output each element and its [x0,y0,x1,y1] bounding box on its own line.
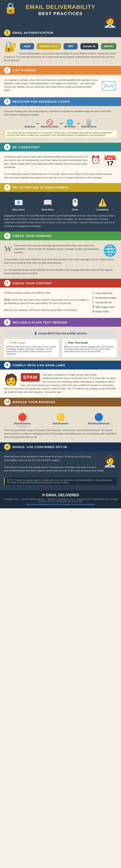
section-8-title-strip: 8 INCLUDE A PLAIN TEXT VERSION [0,318,121,327]
section-10-body: There are essentially 3 types of bounces… [4,429,117,439]
section-number-1: 1 [4,30,10,36]
section-5-body: Engagement metrics are essential when it… [4,214,117,228]
section-title-9: COMPLY WITH CAN-SPAM LAWS [13,364,65,367]
technical-bounces: 🔵 Technical Bounces [80,413,117,427]
section-1-title-strip: 1 EMAIL AUTHENTICATION [0,28,121,37]
section-1-body: Email authentication is just a fancy way… [4,52,117,62]
plain-text-title: 📃 Plain Text Email [64,341,115,344]
section-3: If you are hosting your own email progra… [0,106,121,143]
read-rates-label: Read Rates [42,208,54,211]
section-4-title-strip: 4 BE CONSISTENT [0,143,121,152]
clicks-label: Clicks [72,208,78,211]
footer-copyright: © Copyright 2022 — www.EmailDelivered.co… [2,498,119,502]
section-title-7: CHECK YOUR CONTENT [13,281,52,285]
section-title-5: PAY ATTENTION TO ENGAGEMENT [13,186,69,189]
lock-icon: 🔐 [4,41,17,53]
section-8: ⬇ Include BOTH Plain Text & HTML Version… [0,327,121,361]
engagement-complaints: ⚠️ Complaints [96,198,108,211]
section-number-9: 9 [4,362,10,368]
header-title: EMAIL DELIVERABILITY [2,4,119,10]
footer: ✉ EMAIL DELIVERED © Copyright 2022 — www… [0,490,121,508]
globe-icon: 🌐 [103,244,117,257]
engagement-open-rates: 📧 Open Rates [13,198,25,211]
section-title-10: MANAGE YOUR BOUNCES [13,400,55,404]
hard-bounces-icon: 🔴 [4,413,41,421]
footer-logo-text: EMAIL DELIVERED [46,493,79,497]
spam-badge: SPAM [21,373,40,381]
auth-dkim: DKIM [20,43,34,50]
auth-dmarc: DMARC [101,43,116,50]
section-number-2: 2 [4,67,10,73]
html-email-box: 📄 HTML Email HTML emails allow you to tr… [4,339,59,357]
checklist-widget: ✔ Clear subject line ✔ No deceptive head… [92,291,117,314]
html-email-title: 📄 HTML Email [6,341,57,344]
bonus-title-strip: ★ BONUS: USE CONFIRMED OPT-IN [0,442,121,451]
soft-bounces: 🟡 Soft Bounces [42,413,79,427]
footer-url: http://www.emaildelivered.com/email-deli… [2,503,119,505]
header: 🔒 EMAIL DELIVERABILITY BEST PRACTICES 🧑‍… [0,0,121,28]
section-6-body: There are 5 main reasons messages get bl… [4,244,117,275]
section-title-6: CHECK YOUR DOMAINS [13,234,52,238]
header-figure: 🧑‍💼 [103,15,117,28]
auth-spf: SPF [64,43,78,50]
flow-arrow-2: ➡ [60,121,63,126]
bonus-note: NOTE: Contrary to popular opinion, doubl… [4,477,117,485]
section-9: 🧑 SPAM Can spam compliance is simple, ye… [0,370,121,398]
section-number-4: 4 [4,144,10,150]
section-2-title-strip: 2 LIST HYGIENE [0,66,121,75]
flow-email-sent: 📨 Email Sent [25,119,35,128]
section-7-title-strip: 7 CHECK YOUR CONTENT [0,279,121,287]
hard-bounces-count: 0 Bounces [4,425,41,427]
bonus-body-1: While this may not be practical or make … [4,455,117,462]
section-number-7: 7 [4,280,10,286]
bonus-star: ★ [4,444,10,450]
section-3-note: You should also be monitoring your compl… [4,130,117,137]
section-5: 📧 Open Rates 📖 Read Rates 🖱️ Clicks ⚠️ C… [0,192,121,231]
footer-logo: ✉ EMAIL DELIVERED [2,493,119,497]
plain-text-box: 📃 Plain Text Email While you can't monit… [62,339,117,357]
section-2: ✉️ List hygiene is, perhaps, one of the … [0,75,121,97]
section-7: ✔ Clear subject line ✔ No deceptive head… [0,287,121,318]
section-number-6: 6 [4,233,10,239]
section-9-title-strip: 9 COMPLY WITH CAN-SPAM LAWS [0,361,121,370]
plain-text-body: While you can't monitor engagement, it's… [64,345,115,352]
auth-badges: DKIM DOMAIN KEYS SPF Sender ID DMARC [19,43,117,50]
read-rates-icon: 📖 [42,198,54,207]
clock-icon: ⏰ [91,155,101,164]
bonus-body-2: The Reason! It ensures that people that … [4,466,117,472]
technical-bounces-icon: 🔵 [80,413,117,421]
flow-arrow-3: ➡ [77,121,80,126]
flow-email-removed: 🗑️ Email Removed [81,119,96,128]
envelope-icon: ✉️ [101,79,117,94]
calendar-icon: 📅 [103,155,117,168]
section-title-3: REGISTER FOR FEEDBACK LOOPS [13,100,70,103]
section-title-8: INCLUDE A PLAIN TEXT VERSION [13,321,67,324]
header-subtitle: BEST PRACTICES [2,11,119,16]
version-boxes: 📄 HTML Email HTML emails allow you to tr… [4,339,117,357]
section-title-1: EMAIL AUTHENTICATION [13,31,53,34]
section-3-body: If you are hosting your own email progra… [4,110,117,117]
auth-sender-id: Sender ID [80,43,98,50]
plain-text-icon: 📃 [64,341,67,344]
technical-bounces-label: Technical Bounces [80,422,117,425]
engagement-read-rates: 📖 Read Rates [42,198,54,211]
flow-diagram: 📨 Email Sent ➡ 🚫 Reported as Spam ➡ 🌐 IS… [4,119,117,128]
section-number-5: 5 [4,184,10,191]
open-rates-icon: 📧 [13,198,25,207]
section-10-title-strip: 10 MANAGE YOUR BOUNCES [0,398,121,406]
section-title-2: LIST HYGIENE [13,68,36,72]
section-title-4: BE CONSISTENT [13,146,40,149]
html-icon: 📄 [6,341,9,344]
html-email-body: HTML emails allow you to track opens, us… [6,345,57,355]
engagement-row: 📧 Open Rates 📖 Read Rates 🖱️ Clicks ⚠️ C… [4,198,117,211]
section-3-title-strip: 3 REGISTER FOR FEEDBACK LOOPS [0,97,121,106]
section-number-3: 3 [4,98,10,105]
flow-isp-notifies: 🌐 ISP Notifies [64,119,75,128]
section-10: 🔴 Hard Bounces 0 Bounces 🟡 Soft Bounces … [0,406,121,443]
hard-bounces: 🔴 Hard Bounces 0 Bounces [4,413,41,427]
section-6: 🌐 W There are 5 main reasons messages ge… [0,240,121,279]
bonus-section: 🧑‍💼 While this may not be practical or m… [0,451,121,490]
bonus-figure: 🧑‍💼 [103,455,117,468]
www-icon: W [4,244,12,253]
section-2-body: List hygiene is, perhaps, one of the mos… [4,79,117,92]
